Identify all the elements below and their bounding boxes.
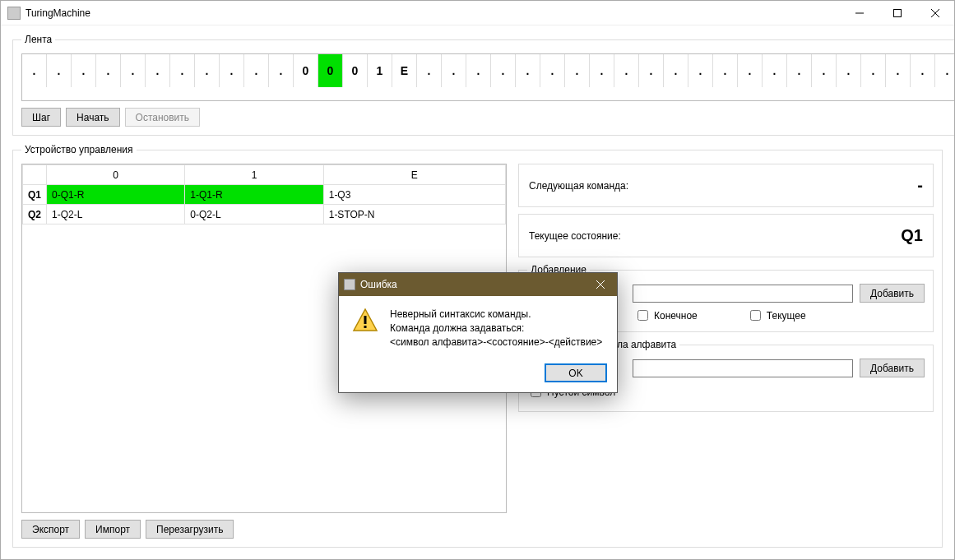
tape-cell[interactable]: . (787, 54, 812, 87)
tape-cell[interactable]: . (269, 54, 294, 87)
stop-button[interactable]: Остановить (125, 108, 201, 127)
add-state-button[interactable]: Добавить (860, 284, 925, 303)
tape-cell[interactable]: . (47, 54, 72, 87)
titlebar: TuringMachine (1, 1, 954, 25)
tape-cell[interactable]: . (590, 54, 614, 87)
dialog-message: Неверный синтаксис команды. Команда долж… (390, 308, 602, 349)
current-state-value: Q1 (901, 226, 923, 245)
column-header[interactable]: 1 (185, 165, 323, 185)
tape-cell[interactable]: . (861, 54, 886, 87)
tape-cell[interactable]: . (614, 54, 639, 87)
tape-cell[interactable]: . (146, 54, 170, 87)
row-header[interactable]: Q1 (23, 185, 47, 205)
next-command-box: Следующая команда: - (518, 164, 934, 207)
final-check-label[interactable]: Конечное (634, 308, 698, 323)
next-command-value: - (917, 176, 923, 195)
close-icon (931, 9, 939, 17)
current-state-label: Текущее состояние: (529, 230, 621, 242)
tape-cell[interactable]: . (763, 54, 787, 87)
tape-cell[interactable]: . (713, 54, 738, 87)
tape-cell[interactable]: . (170, 54, 195, 87)
column-header[interactable]: E (323, 165, 505, 185)
tape-cell[interactable]: . (664, 54, 688, 87)
tape-cell[interactable]: . (72, 54, 96, 87)
tape-cell[interactable]: . (935, 54, 954, 87)
command-cell[interactable]: 1-Q1-R (185, 185, 323, 205)
control-bottom-buttons: Экспорт Импорт Перезагрузить (21, 520, 507, 539)
tape-cell[interactable]: E (392, 54, 417, 87)
dialog-footer: OK (339, 357, 617, 392)
tape-cell[interactable]: 0 (343, 54, 368, 87)
tape-cell[interactable]: . (121, 54, 146, 87)
control-import-button[interactable]: Импорт (85, 520, 141, 539)
svg-rect-8 (364, 326, 367, 328)
tape-cell[interactable]: . (195, 54, 220, 87)
tape-group: Лента ...........0001E..................… (12, 34, 954, 136)
error-dialog: Ошибка Неверный синтаксис команды. Коман… (338, 272, 618, 393)
command-cell[interactable]: 1-STOP-N (323, 205, 505, 224)
current-check-label[interactable]: Текущее (747, 308, 806, 323)
close-button[interactable] (916, 1, 954, 25)
tape: ...........0001E........................… (22, 54, 954, 87)
dialog-line1: Неверный синтаксис команды. (390, 308, 602, 322)
dialog-app-icon (344, 279, 355, 290)
tape-cell[interactable]: . (639, 54, 664, 87)
tape-cell[interactable]: 0 (318, 54, 343, 87)
window-title: TuringMachine (25, 7, 841, 19)
tape-cell[interactable]: . (540, 54, 565, 87)
warning-icon (352, 308, 378, 349)
current-checkbox[interactable] (750, 310, 761, 321)
tape-cell[interactable]: . (220, 54, 244, 87)
tape-cell[interactable]: . (244, 54, 269, 87)
svg-rect-1 (894, 9, 902, 16)
svg-rect-7 (364, 316, 367, 324)
tape-cell[interactable]: . (96, 54, 121, 87)
dialog-line3: <символ алфавита>-<состояние>-<действие> (390, 336, 602, 349)
tape-cell[interactable]: . (886, 54, 911, 87)
tape-cell[interactable]: 0 (294, 54, 318, 87)
tape-button-row: Шаг Начать Остановить Экспорт Импорт (21, 108, 954, 127)
tape-cell[interactable]: . (22, 54, 47, 87)
maximize-button[interactable] (879, 1, 916, 25)
tape-cell[interactable]: . (417, 54, 442, 87)
dialog-body: Неверный синтаксис команды. Команда долж… (339, 296, 617, 357)
add-state-name-input[interactable] (633, 285, 853, 303)
tape-scroll[interactable]: ...........0001E........................… (21, 53, 954, 101)
dialog-titlebar[interactable]: Ошибка (339, 273, 617, 296)
column-header[interactable]: 0 (47, 165, 185, 185)
row-header[interactable]: Q2 (23, 205, 47, 224)
command-cell[interactable]: 0-Q2-L (185, 205, 323, 224)
add-symbol-button[interactable]: Добавить (860, 359, 925, 377)
tape-cell[interactable]: . (516, 54, 540, 87)
tape-cell[interactable]: . (911, 54, 935, 87)
step-button[interactable]: Шаг (21, 108, 61, 127)
start-button[interactable]: Начать (66, 108, 120, 127)
tape-cell[interactable]: . (837, 54, 861, 87)
tape-legend: Лента (21, 34, 55, 45)
dialog-close-button[interactable] (584, 273, 617, 296)
tape-cell[interactable]: . (491, 54, 516, 87)
tape-cell[interactable]: . (565, 54, 590, 87)
tape-cell[interactable]: . (812, 54, 837, 87)
tape-cell[interactable]: . (466, 54, 491, 87)
close-icon (596, 280, 605, 289)
dialog-line2: Команда должна задаваться: (390, 322, 602, 336)
maximize-icon (893, 9, 902, 17)
tape-cell[interactable]: . (688, 54, 713, 87)
tape-cell[interactable]: 1 (368, 54, 392, 87)
control-export-button[interactable]: Экспорт (21, 520, 80, 539)
command-table: 01EQ10-Q1-R1-Q1-R1-Q3Q21-Q2-L0-Q2-L1-STO… (22, 164, 506, 224)
dialog-ok-button[interactable]: OK (545, 363, 607, 382)
minimize-button[interactable] (841, 1, 879, 25)
dialog-title: Ошибка (360, 279, 584, 290)
app-icon (7, 7, 21, 20)
command-cell[interactable]: 1-Q3 (323, 185, 505, 205)
minimize-icon (855, 9, 864, 17)
command-cell[interactable]: 1-Q2-L (47, 205, 185, 224)
add-symbol-input[interactable] (633, 359, 853, 377)
tape-cell[interactable]: . (442, 54, 466, 87)
command-cell[interactable]: 0-Q1-R (47, 185, 185, 205)
final-checkbox[interactable] (637, 310, 648, 321)
tape-cell[interactable]: . (738, 54, 763, 87)
control-reload-button[interactable]: Перезагрузить (146, 520, 234, 539)
